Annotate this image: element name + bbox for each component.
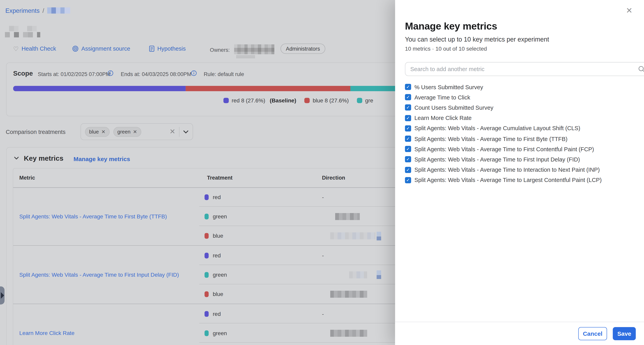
col-header-treatment: Treatment bbox=[207, 169, 233, 187]
metric-checkbox-row: ✓Split Agents: Web Vitals - Average Cumu… bbox=[405, 123, 643, 134]
treatment-chip-label: green bbox=[117, 129, 130, 135]
modal-footer: Cancel Save bbox=[395, 322, 644, 345]
direction-cell: - bbox=[322, 304, 388, 323]
metric-checkbox-row: ✓Split Agents: Web Vitals - Average Time… bbox=[405, 134, 643, 144]
direction-value: - bbox=[322, 194, 324, 200]
breadcrumb-separator: / bbox=[42, 7, 44, 14]
experiment-title-redacted bbox=[5, 26, 40, 37]
legend-label: red 8 (27.6%) bbox=[232, 98, 265, 104]
tab-health-check[interactable]: ♡ Health Check bbox=[13, 45, 56, 52]
metric-checkbox[interactable]: ✓ bbox=[405, 146, 411, 152]
breadcrumb-experiments-link[interactable]: Experiments bbox=[5, 7, 40, 14]
metric-checkbox[interactable]: ✓ bbox=[405, 177, 411, 183]
metric-checkbox-row: ✓Count Users Submitted Survey bbox=[405, 102, 643, 113]
direction-value: - bbox=[322, 311, 324, 317]
info-icon[interactable] bbox=[191, 70, 196, 78]
direction-cell: - bbox=[322, 187, 388, 207]
metric-checkbox[interactable]: ✓ bbox=[405, 156, 411, 162]
comparison-treatments-select[interactable]: blue✕green✕ ✕ bbox=[80, 123, 193, 140]
metric-checkbox[interactable]: ✓ bbox=[405, 84, 411, 90]
treatment-swatch bbox=[204, 214, 209, 219]
metric-checkbox-row: ✓Split Agents: Web Vitals - Average Time… bbox=[405, 144, 643, 154]
direction-value-redacted bbox=[335, 213, 360, 220]
allocation-bar-segment-red bbox=[13, 86, 186, 91]
metric-checkbox-row: ✓Average Time to Click bbox=[405, 92, 643, 103]
target-icon bbox=[72, 46, 78, 52]
metric-checkbox-label: Average Time to Click bbox=[414, 94, 470, 100]
remove-chip-icon[interactable]: ✕ bbox=[133, 129, 137, 134]
metric-search-input[interactable] bbox=[406, 66, 638, 72]
metric-checkbox-label: Split Agents: Web Vitals - Average Time … bbox=[414, 156, 580, 163]
allocation-bar-segment-blue bbox=[186, 86, 350, 91]
direction-mini-bar-redacted bbox=[377, 270, 381, 279]
scope-title: Scope bbox=[13, 70, 33, 77]
direction-cell bbox=[322, 226, 388, 246]
metric-checkbox[interactable]: ✓ bbox=[405, 125, 411, 131]
comparison-treatments-label: Comparison treatments bbox=[6, 129, 66, 135]
clear-selection-icon[interactable]: ✕ bbox=[170, 128, 175, 135]
metric-checkbox-row: ✓Learn More Click Rate bbox=[405, 113, 643, 123]
metric-checkbox-label: Learn More Click Rate bbox=[414, 115, 472, 121]
treatment-chip-green[interactable]: green✕ bbox=[113, 127, 141, 137]
direction-value-redacted bbox=[330, 291, 367, 298]
owner-name-redacted-tail bbox=[236, 55, 255, 59]
treatment-name: red bbox=[213, 252, 221, 258]
metric-checkbox-row: ✓% Users Submitted Survey bbox=[405, 82, 643, 92]
treatment-swatch bbox=[204, 330, 209, 336]
administrators-badge: Administrators bbox=[280, 44, 325, 54]
treatment-name: green bbox=[213, 272, 227, 278]
document-icon bbox=[149, 46, 154, 52]
metric-checkbox-label: Split Agents: Web Vitals - Average Cumul… bbox=[414, 125, 580, 132]
owners-label: Owners: bbox=[210, 47, 230, 53]
select-divider bbox=[179, 127, 180, 137]
treatment-swatch bbox=[204, 291, 209, 297]
legend-item: gre bbox=[357, 98, 373, 104]
tab-hypothesis[interactable]: Hypothesis bbox=[149, 45, 186, 52]
direction-cell bbox=[322, 323, 388, 343]
allocation-legend: red 8 (27.6%)(Baseline)blue 8 (27.6%)gre bbox=[224, 98, 373, 104]
key-metrics-title: Key metrics bbox=[24, 155, 64, 163]
tab-health-check-label: Health Check bbox=[22, 45, 56, 52]
direction-value-redacted bbox=[349, 271, 367, 278]
sidebar-expand-button[interactable] bbox=[0, 286, 4, 304]
metric-checkbox[interactable]: ✓ bbox=[405, 115, 411, 121]
treatment-name: blue bbox=[213, 233, 223, 239]
manage-key-metrics-link[interactable]: Manage key metrics bbox=[74, 156, 130, 162]
treatment-swatch bbox=[204, 233, 209, 239]
breadcrumb-redacted-name bbox=[47, 8, 70, 14]
metric-checkbox[interactable]: ✓ bbox=[405, 136, 411, 142]
metric-checkbox-row: ✓Split Agents: Web Vitals - Average Time… bbox=[405, 165, 643, 175]
col-header-metric: Metric bbox=[19, 169, 35, 187]
legend-swatch bbox=[304, 98, 310, 103]
treatment-name: green bbox=[213, 330, 227, 336]
scope-ends-at: Ends at: 04/03/2025 08:00PM bbox=[121, 71, 191, 77]
remove-chip-icon[interactable]: ✕ bbox=[101, 129, 106, 134]
treatment-chip-blue[interactable]: blue✕ bbox=[85, 127, 110, 137]
legend-label: gre bbox=[365, 98, 373, 104]
metric-checkbox-label: Split Agents: Web Vitals - Average Time … bbox=[414, 136, 568, 142]
metric-checkbox-label: Count Users Submitted Survey bbox=[414, 104, 493, 111]
close-icon[interactable]: ✕ bbox=[626, 7, 632, 14]
treatment-name: blue bbox=[213, 291, 223, 297]
metric-checkbox-label: Split Agents: Web Vitals - Average Time … bbox=[414, 166, 600, 173]
metric-search bbox=[405, 62, 644, 76]
save-button[interactable]: Save bbox=[613, 327, 636, 340]
legend-swatch bbox=[224, 98, 229, 103]
treatment-name: red bbox=[213, 311, 221, 317]
treatment-chip-label: blue bbox=[89, 129, 99, 135]
metric-checkbox[interactable]: ✓ bbox=[405, 105, 411, 111]
info-icon[interactable] bbox=[108, 70, 113, 78]
metric-checkbox-row: ✓Split Agents: Web Vitals - Average Time… bbox=[405, 154, 643, 165]
col-header-direction: Direction bbox=[322, 169, 345, 187]
cancel-button[interactable]: Cancel bbox=[578, 327, 607, 340]
metric-checkbox[interactable]: ✓ bbox=[405, 94, 411, 100]
collapse-chevron-icon[interactable] bbox=[14, 157, 19, 160]
treatment-swatch bbox=[204, 311, 209, 317]
metric-checkbox[interactable]: ✓ bbox=[405, 167, 411, 173]
metrics-count: 10 metrics · 10 out of 10 selected bbox=[405, 46, 487, 52]
direction-cell bbox=[322, 207, 388, 226]
direction-value-redacted bbox=[330, 330, 367, 336]
chevron-down-icon[interactable] bbox=[183, 130, 188, 133]
treatment-name: red bbox=[213, 194, 221, 200]
tab-assignment-source[interactable]: Assignment source bbox=[72, 45, 130, 52]
